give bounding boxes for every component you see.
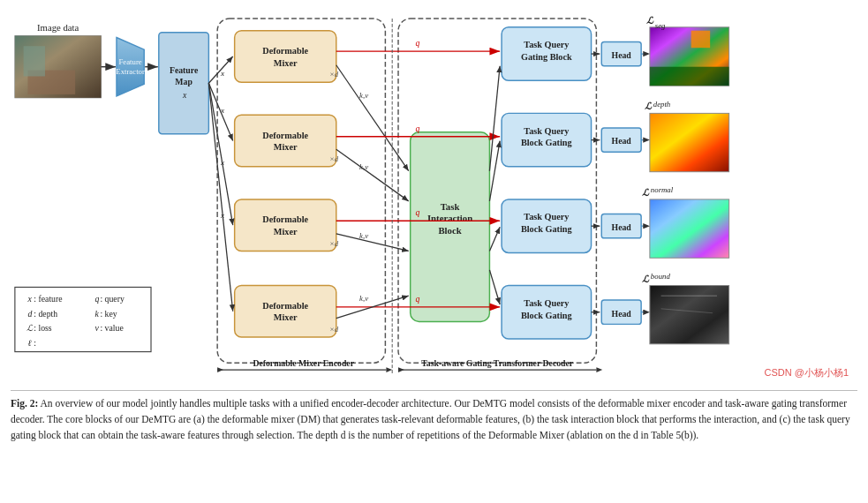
svg-text:Deformable: Deformable [262,214,308,224]
svg-text:Task Query: Task Query [524,40,570,49]
svg-text:k: k [95,309,100,319]
svg-text:: key: : key [100,309,117,319]
svg-text:: loss: : loss [34,323,52,333]
svg-text:k,v: k,v [359,91,368,100]
svg-rect-38 [235,115,336,167]
caption-text: An overview of our model jointly handles… [11,398,850,440]
svg-text:k,v: k,v [359,294,368,303]
svg-text:: depth: : depth [34,309,57,319]
diagram-container: Image data [11,7,857,387]
svg-rect-112 [650,285,729,343]
svg-text:Mixer: Mixer [274,227,298,236]
svg-text:ℒ: ℒ [26,323,34,333]
svg-text:Deformable: Deformable [262,131,308,140]
svg-text:Head: Head [612,136,632,146]
svg-text:bound: bound [651,272,671,281]
svg-text:ℒ: ℒ [646,15,654,26]
svg-text:Block Gating: Block Gating [521,138,573,147]
svg-text:Interaction: Interaction [427,213,472,223]
svg-text:×d: ×d [329,70,339,79]
svg-text:Mixer: Mixer [274,58,298,68]
svg-text:x: x [220,106,225,115]
svg-text:Gating Block: Gating Block [521,52,572,62]
svg-text:ℒ: ℒ [645,101,653,111]
svg-text:Mixer: Mixer [274,312,298,322]
svg-text:v: v [95,323,100,333]
svg-text:x: x [220,69,225,78]
svg-text:Block Gating: Block Gating [521,224,573,234]
svg-text:Task: Task [441,201,460,212]
svg-text:Task Query: Task Query [524,212,570,221]
svg-text:Head: Head [612,222,632,232]
svg-rect-4 [24,46,45,76]
svg-text:: value: : value [100,323,123,333]
svg-text:Head: Head [612,309,632,319]
svg-text:ℒ: ℒ [642,187,650,198]
image-data-label: Image data [37,22,79,33]
svg-text:Extractor: Extractor [116,67,145,76]
svg-rect-34 [235,31,336,83]
watermark: CSDN @小杨小杨1 [764,366,849,379]
svg-text:x: x [182,90,187,100]
svg-text:x: x [27,294,33,304]
svg-text:d: d [28,309,33,319]
svg-text:Block Gating: Block Gating [521,311,573,320]
svg-text:x: x [220,211,225,220]
svg-text:k,v: k,v [359,231,368,240]
svg-text:q: q [416,294,420,304]
svg-text:q: q [416,207,420,217]
svg-rect-46 [235,285,336,337]
svg-text:×d: ×d [329,325,339,334]
svg-text:normal: normal [651,185,674,194]
svg-text:seg: seg [655,21,666,30]
svg-text:x: x [220,158,225,167]
svg-text:: query: : query [100,294,124,304]
svg-text:Feature: Feature [170,65,199,75]
svg-text:Mixer: Mixer [274,142,298,152]
svg-text:q: q [416,38,420,48]
svg-text:Map: Map [175,77,192,86]
svg-text:Task-aware Gating Transformer : Task-aware Gating Transformer Decoder [421,358,574,368]
svg-text:×d: ×d [329,154,339,163]
svg-text:k,v: k,v [359,162,368,171]
svg-rect-110 [650,113,729,171]
svg-text:Block: Block [438,225,461,236]
svg-rect-42 [235,199,336,252]
svg-text:Task Query: Task Query [524,298,570,308]
svg-text:Deformable: Deformable [262,301,308,311]
svg-text:ℒ: ℒ [642,274,650,284]
svg-text:Deformable Mixer Encoder: Deformable Mixer Encoder [253,358,354,368]
caption-area: Fig. 2: An overview of our model jointly… [11,390,857,443]
svg-rect-109 [650,67,729,86]
svg-text:ℓ: ℓ [28,338,32,348]
svg-text:Task Query: Task Query [524,126,570,136]
caption-label: Fig. 2: [11,398,38,409]
svg-text:Deformable: Deformable [262,46,308,56]
svg-text:: feature: : feature [34,294,62,304]
svg-rect-111 [650,199,729,258]
svg-text:×d: ×d [329,239,339,248]
svg-text:Head: Head [612,50,632,60]
svg-text::: : [34,338,36,348]
svg-rect-108 [691,31,710,49]
svg-text:Feature: Feature [118,57,141,66]
architecture-diagram: Image data [11,7,857,387]
svg-text:q: q [95,294,100,304]
svg-text:q: q [416,124,420,133]
svg-text:depth: depth [653,100,671,109]
